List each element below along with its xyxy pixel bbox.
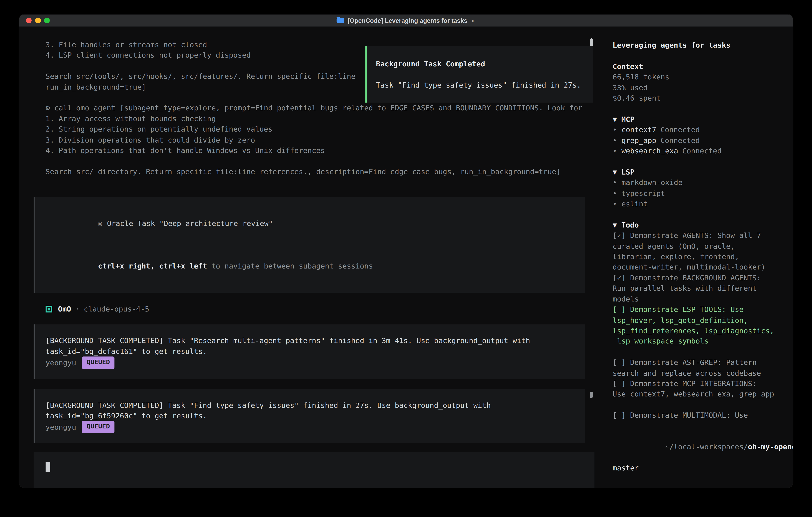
agent-name: OmO bbox=[58, 305, 71, 313]
context-stats: 66,518 tokens 33% used $0.46 spent bbox=[613, 72, 793, 103]
activity-indicator-icon: ◐ bbox=[471, 17, 475, 24]
text-cursor bbox=[46, 462, 50, 472]
folder-icon bbox=[337, 18, 344, 23]
oracle-navigation-hint: ctrl+x right, ctrl+x left to navigate be… bbox=[46, 250, 585, 282]
mcp-name: websearch_exa bbox=[621, 147, 678, 155]
hint-keys: ctrl+x right, ctrl+x left bbox=[98, 262, 207, 270]
bullet-icon: • bbox=[613, 125, 621, 135]
bullet-icon: • bbox=[613, 198, 621, 209]
model-label: Opus 4.5 bbox=[72, 487, 107, 488]
message-text-line: task_id="bg_dcfac161" to get results. bbox=[46, 346, 585, 357]
agent-header: OmO · claude-opus-4-5 bbox=[46, 304, 598, 314]
mcp-item: •grep_appConnected bbox=[613, 135, 793, 145]
todo-list: [✓] Demonstrate AGENTS: Show all 7 curat… bbox=[613, 230, 793, 420]
message-text-line: task_id="bg_6f59260c" to get results. bbox=[46, 410, 585, 421]
terminal-line: 2. String operations on potentially unde… bbox=[46, 124, 598, 135]
input-meta: OmO Opus 4.5 Anthropic bbox=[46, 486, 594, 487]
terminal-line: ⚙ call_omo_agent [subagent_type=explore,… bbox=[46, 103, 598, 113]
window-content: 3. File handles or streams not closed 4.… bbox=[19, 27, 793, 488]
mcp-status: Connected bbox=[682, 147, 722, 155]
agent-model: claude-opus-4-5 bbox=[84, 305, 149, 313]
mcp-list: •context7Connected •grep_appConnected •w… bbox=[613, 125, 793, 156]
lsp-name: eslint bbox=[621, 199, 647, 208]
message-meta: yeongyu QUEUED bbox=[46, 356, 585, 369]
message-author: yeongyu bbox=[46, 421, 76, 432]
bullet-icon: • bbox=[613, 135, 621, 145]
agent-icon bbox=[46, 305, 52, 312]
input-line[interactable] bbox=[46, 462, 594, 472]
lsp-item: •typescript bbox=[613, 188, 793, 198]
lsp-item: •eslint bbox=[613, 198, 793, 209]
message-block: [BACKGROUND TASK COMPLETED] Task "Find t… bbox=[34, 389, 585, 443]
sidebar: Leveraging agents for tasks Context 66,5… bbox=[598, 27, 793, 488]
todo-item: [ ] Demonstrate AST-GREP: Pattern search… bbox=[613, 357, 793, 378]
scroll-position-marker bbox=[590, 392, 593, 398]
todo-item: [ ] Demonstrate MULTIMODAL: Use bbox=[613, 410, 793, 420]
oracle-task-panel: ◉Oracle Task "Deep architecture review" … bbox=[34, 197, 585, 293]
workspace-section: ~/local-workspaces/oh-my-opencode: maste… bbox=[613, 431, 793, 473]
mcp-section: ▼ MCP •context7Connected •grep_appConnec… bbox=[613, 114, 793, 156]
status-badge: QUEUED bbox=[82, 421, 115, 433]
oracle-icon: ◉ bbox=[98, 219, 102, 228]
todo-section: ▼ Todo [✓] Demonstrate AGENTS: Show all … bbox=[613, 220, 793, 420]
todo-item: [ ] Demonstrate MCP INTEGRATIONS: Use co… bbox=[613, 378, 793, 400]
message-block: [BACKGROUND TASK COMPLETED] Task "Resear… bbox=[34, 324, 585, 378]
lsp-name: typescript bbox=[621, 189, 665, 197]
window-title: [OpenCode] Leveraging agents for tasks ◐ bbox=[337, 17, 475, 24]
lsp-section: ▼ LSP •markdown-oxide •typescript •eslin… bbox=[613, 167, 793, 209]
message-list: [BACKGROUND TASK COMPLETED] Task "Resear… bbox=[19, 324, 598, 443]
mcp-item: •context7Connected bbox=[613, 125, 793, 135]
bullet-icon: • bbox=[613, 145, 621, 156]
agent-separator: · bbox=[75, 305, 80, 313]
traffic-lights bbox=[26, 15, 50, 27]
prompt-input[interactable]: OmO Opus 4.5 Anthropic bbox=[34, 452, 594, 488]
context-heading: Context bbox=[613, 61, 793, 72]
workspace-path-line: ~/local-workspaces/oh-my-opencode: bbox=[613, 431, 793, 463]
workspace-branch: master bbox=[613, 463, 793, 473]
lsp-item: •markdown-oxide bbox=[613, 177, 793, 188]
hint-text: to navigate between subagent sessions bbox=[207, 262, 373, 270]
oracle-title-line: ◉Oracle Task "Deep architecture review" bbox=[46, 208, 585, 240]
minimize-button[interactable] bbox=[35, 18, 41, 23]
todo-item: [✓] Demonstrate BACKGROUND AGENTS: Run p… bbox=[613, 272, 793, 304]
bullet-icon: • bbox=[613, 188, 621, 198]
mcp-name: context7 bbox=[621, 126, 656, 134]
terminal-line: 1. Array access without bounds checking bbox=[46, 113, 598, 124]
lsp-section-heading[interactable]: ▼ LSP bbox=[613, 167, 793, 177]
todo-item: [ ] Demonstrate LSP TOOLS: Use lsp_hover… bbox=[613, 304, 793, 347]
close-button[interactable] bbox=[26, 18, 32, 23]
terminal-line: 4. Path operations that don't handle Win… bbox=[46, 145, 598, 156]
todo-section-heading[interactable]: ▼ Todo bbox=[613, 220, 793, 230]
zoom-button[interactable] bbox=[44, 18, 50, 23]
bullet-icon: • bbox=[613, 177, 621, 188]
terminal-line: Search src/ directory. Return specific f… bbox=[46, 166, 598, 177]
mcp-status: Connected bbox=[661, 136, 700, 144]
titlebar[interactable]: [OpenCode] Leveraging agents for tasks ◐ bbox=[19, 15, 793, 27]
mcp-section-heading[interactable]: ▼ MCP bbox=[613, 114, 793, 125]
toast-title: Background Task Completed bbox=[376, 59, 593, 69]
status-badge: QUEUED bbox=[82, 356, 115, 369]
app-footer: •OpenCode1.0.163 bbox=[613, 484, 793, 488]
mcp-status: Connected bbox=[661, 126, 700, 134]
message-meta: yeongyu QUEUED bbox=[46, 421, 585, 433]
oracle-title-text: Oracle Task "Deep architecture review" bbox=[107, 219, 273, 228]
terminal-window: [OpenCode] Leveraging agents for tasks ◐… bbox=[19, 15, 793, 488]
mcp-name: grep_app bbox=[621, 136, 656, 144]
screen: [OpenCode] Leveraging agents for tasks ◐… bbox=[0, 0, 812, 517]
message-text-line: [BACKGROUND TASK COMPLETED] Task "Resear… bbox=[46, 335, 585, 346]
provider-label: Anthropic bbox=[116, 487, 155, 488]
todo-item: [✓] Demonstrate AGENTS: Show all 7 curat… bbox=[613, 230, 793, 272]
mcp-item: •websearch_exaConnected bbox=[613, 145, 793, 156]
toast-body: Task "Find type safety issues" finished … bbox=[376, 80, 593, 90]
workspace-repo: oh-my-opencode: bbox=[748, 443, 793, 451]
message-author: yeongyu bbox=[46, 357, 76, 368]
window-title-text: [OpenCode] Leveraging agents for tasks bbox=[348, 17, 467, 24]
lsp-list: •markdown-oxide •typescript •eslint bbox=[613, 177, 793, 209]
lsp-name: markdown-oxide bbox=[621, 178, 683, 187]
workspace-path: ~/local-workspaces/ bbox=[665, 443, 748, 451]
message-text-line: [BACKGROUND TASK COMPLETED] Task "Find t… bbox=[46, 400, 585, 410]
chat-pane: 3. File handles or streams not closed 4.… bbox=[19, 27, 598, 488]
terminal-line bbox=[46, 156, 598, 166]
background-task-toast[interactable]: Background Task Completed Task "Find typ… bbox=[365, 46, 593, 103]
context-section: Context 66,518 tokens 33% used $0.46 spe… bbox=[613, 61, 793, 103]
